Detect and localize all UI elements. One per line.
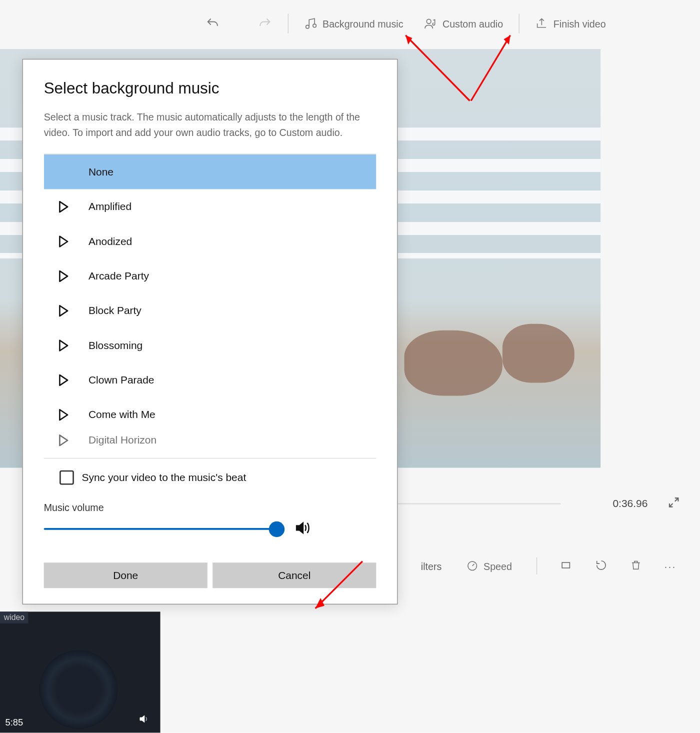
timeline-time: 0:36.96 xyxy=(612,498,648,510)
track-item[interactable]: Arcade Party xyxy=(44,258,376,293)
track-label: None xyxy=(88,166,114,178)
background-music-button[interactable]: Background music xyxy=(302,13,406,34)
track-label: Arcade Party xyxy=(88,270,149,282)
track-item[interactable]: Come with Me xyxy=(44,397,376,432)
dialog-description: Select a music track. The music automati… xyxy=(44,110,376,141)
sync-beat-checkbox[interactable] xyxy=(60,470,74,485)
track-item[interactable]: Digital Horizon xyxy=(44,432,376,449)
share-icon xyxy=(535,17,548,30)
music-note-icon xyxy=(304,17,317,30)
track-label: Block Party xyxy=(88,304,142,316)
more-button[interactable]: ··· xyxy=(664,560,676,572)
track-item[interactable]: Block Party xyxy=(44,293,376,328)
track-item[interactable]: Clown Parade xyxy=(44,362,376,397)
track-item[interactable]: None xyxy=(44,154,376,189)
track-label: Blossoming xyxy=(88,339,142,351)
track-label: Come with Me xyxy=(88,408,156,420)
rotate-button[interactable] xyxy=(595,558,608,574)
track-item[interactable]: Anodized xyxy=(44,224,376,258)
background-music-label: Background music xyxy=(322,18,403,29)
crop-button[interactable] xyxy=(560,558,572,574)
custom-audio-button[interactable]: Custom audio xyxy=(422,13,506,34)
track-item[interactable]: Amplified xyxy=(44,189,376,224)
track-label: Digital Horizon xyxy=(88,434,156,446)
toolbar-separator xyxy=(537,558,538,574)
expand-icon[interactable] xyxy=(668,496,680,512)
cancel-button[interactable]: Cancel xyxy=(212,562,376,588)
gauge-icon xyxy=(466,560,478,572)
undo-button[interactable] xyxy=(203,12,222,34)
clip-duration: 5:85 xyxy=(5,717,23,728)
svg-point-1 xyxy=(427,19,432,24)
finish-video-button[interactable]: Finish video xyxy=(532,13,608,34)
play-icon[interactable] xyxy=(58,200,88,212)
finish-video-label: Finish video xyxy=(554,18,606,29)
done-button[interactable]: Done xyxy=(44,562,208,588)
delete-button[interactable] xyxy=(630,558,642,574)
track-list[interactable]: NoneAmplifiedAnodizedArcade PartyBlock P… xyxy=(44,154,376,449)
custom-audio-label: Custom audio xyxy=(442,18,503,29)
toolbar-separator xyxy=(519,14,520,33)
play-icon[interactable] xyxy=(58,434,88,446)
speaker-icon xyxy=(294,520,310,539)
filters-button[interactable]: ilters xyxy=(421,560,442,572)
play-icon[interactable] xyxy=(58,408,88,420)
toolbar-separator xyxy=(288,14,288,33)
top-toolbar: Background music Custom audio Finish vid… xyxy=(0,0,700,47)
svg-rect-3 xyxy=(562,562,570,568)
play-icon[interactable] xyxy=(58,270,88,282)
music-volume-label: Music volume xyxy=(44,502,376,513)
clip-thumbnail[interactable]: wideo 5:85 xyxy=(0,612,160,732)
track-item[interactable]: Blossoming xyxy=(44,328,376,362)
speed-button[interactable]: Speed xyxy=(464,556,514,576)
clip-volume-icon[interactable] xyxy=(138,713,150,728)
select-bg-music-dialog: Select background music Select a music t… xyxy=(22,59,398,604)
redo-button[interactable] xyxy=(255,12,274,34)
clip-toolbar: ilters Speed ··· xyxy=(421,556,676,576)
play-icon[interactable] xyxy=(58,339,88,351)
play-icon[interactable] xyxy=(58,374,88,386)
play-icon[interactable] xyxy=(58,304,88,316)
music-volume-slider[interactable] xyxy=(44,522,280,537)
clip-name: wideo xyxy=(0,612,28,624)
track-label: Anodized xyxy=(88,235,132,247)
play-icon[interactable] xyxy=(58,235,88,247)
speed-label: Speed xyxy=(484,560,512,572)
dialog-title: Select background music xyxy=(44,79,376,98)
trash-icon xyxy=(630,558,642,572)
track-label: Amplified xyxy=(88,200,132,212)
track-label: Clown Parade xyxy=(88,374,154,386)
sync-beat-label: Sync your video to the music's beat xyxy=(82,472,246,484)
person-audio-icon xyxy=(424,17,437,30)
